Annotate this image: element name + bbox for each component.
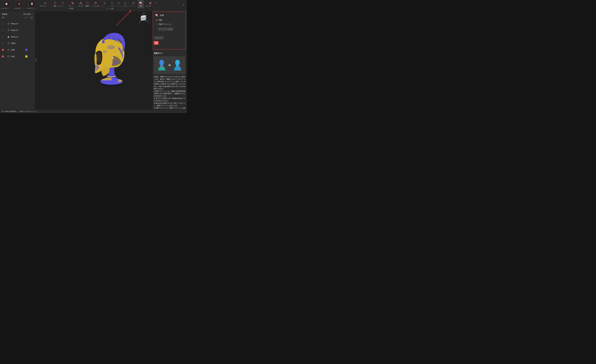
- fusion-button[interactable]: 融合: [52, 0, 58, 7]
- apply-button[interactable]: 適用: [154, 41, 158, 45]
- texture-button: テクスチャ: [129, 0, 138, 7]
- scan-mode-label: マルチポジ・・・: [14, 7, 24, 9]
- model-more-button[interactable]: …: [30, 22, 33, 25]
- isolated-points-label: アイソ・・・: [59, 5, 67, 7]
- bust-before-icon: [157, 59, 166, 71]
- scan-mode-tracking-button[interactable]: トラッキン・・・: [0, 0, 13, 9]
- toolbar-separator: [144, 1, 144, 8]
- smooth-label: スムーズ: [78, 5, 83, 7]
- isolated-points-icon: [103, 1, 106, 5]
- mesh-model-icon: [7, 36, 10, 38]
- mesh-edit-group-label: メッシュ編集: [92, 7, 127, 10]
- model-panel: モデル 選択を解除 ✕ 選択 カラー その他 Merge_03 …: [0, 11, 35, 109]
- overlap-icon: [71, 1, 74, 5]
- scan-mode-marker-button[interactable]: マーカース・・・: [26, 0, 38, 9]
- pointcloud-model-icon: [7, 49, 10, 51]
- model-checkbox[interactable]: [2, 36, 4, 38]
- model-more-button[interactable]: …: [30, 29, 33, 31]
- mesh-isolated-button: アイソ・・・: [100, 0, 109, 7]
- hole-fill-button: 穴埋め: [109, 0, 115, 7]
- export-dropdown-chevron-icon[interactable]: [155, 2, 157, 4]
- isolated-points-icon: [61, 1, 65, 5]
- usb-connection-icon: [1, 110, 4, 113]
- toolbar-collapse-button[interactable]: [182, 4, 185, 6]
- usage-guide-text: 合成は、複数のモデルを1つのモデルに統合します。例えば、複数のスキャンでオブジェ…: [154, 76, 185, 109]
- viewport-3d[interactable]: Z BACK X Y: [35, 11, 153, 109]
- model-more-button[interactable]: …: [30, 42, 33, 44]
- eraser-icon: [159, 28, 161, 30]
- fusion-label: 融合: [54, 5, 57, 7]
- simplify-points-button[interactable]: 簡略化: [84, 0, 90, 7]
- model-name: Merge_02: [11, 29, 30, 31]
- point-edit-group: 融合 アイソ・・・ オーバ・・・: [52, 0, 90, 10]
- simplify-icon: [86, 1, 89, 5]
- orientation-gizmo[interactable]: Z BACK X Y: [139, 12, 150, 24]
- model-color-swatch[interactable]: [25, 55, 27, 58]
- smooth-icon: [79, 1, 82, 5]
- guide-arrow-chevrons: ≫: [168, 64, 171, 67]
- point-edit-group-label: 点群編集: [53, 7, 89, 10]
- manual-alignment-radio[interactable]: 手動アライメント: [156, 23, 186, 25]
- model-checkbox[interactable]: [2, 29, 4, 31]
- deselect-all-button[interactable]: 選択を解除 ✕: [22, 13, 33, 15]
- hole-fill-label: 穴埋め: [110, 5, 114, 7]
- usage-guide-figure: ≫: [154, 56, 185, 74]
- status-separator: ｜: [18, 110, 19, 113]
- selection-order-badge: 1: [2, 56, 4, 57]
- model-more-button[interactable]: …: [30, 55, 33, 58]
- model-row-merge02[interactable]: Merge_02 …: [0, 27, 35, 33]
- toolbar-separator: [129, 1, 129, 8]
- model-more-button[interactable]: …: [30, 36, 33, 38]
- smooth-mesh-button: スムーズ: [115, 0, 122, 7]
- merge-button[interactable]: 合成: [138, 0, 144, 8]
- model-row-support[interactable]: 支撑台 …: [0, 40, 35, 47]
- model-checkbox[interactable]: [2, 23, 4, 25]
- model-row-merge03[interactable]: Merge_03 …: [0, 20, 35, 27]
- gizmo-x-label: X: [139, 22, 140, 24]
- meshify-icon: [94, 1, 97, 5]
- export-label: エクスポ・・・: [146, 5, 155, 7]
- model-color-swatch[interactable]: [25, 49, 27, 51]
- pointcloud-model-icon: [7, 42, 10, 45]
- model-row-helmet2[interactable]: 2 头盔2 …: [0, 47, 35, 53]
- toolbar-separator: [39, 1, 39, 8]
- erase-markers-button: マーカーを消去: [158, 27, 173, 31]
- preview-button[interactable]: プレビュー: [154, 36, 164, 40]
- isolated-points-button[interactable]: アイソ・・・: [58, 0, 68, 7]
- model-name: Merge_01: [11, 36, 30, 38]
- radio-unchecked-icon[interactable]: [156, 23, 157, 25]
- column-select-label: 選択: [2, 16, 5, 19]
- model-list-header: 選択 カラー その他: [2, 16, 33, 20]
- scan-mode-multiposition-button[interactable]: マルチポジ・・・: [13, 0, 25, 9]
- gizmo-z-label: Z: [145, 12, 145, 14]
- selection-order-badge: 2: [2, 49, 4, 51]
- fusion-icon: [54, 1, 57, 5]
- radio-checked-icon[interactable]: [156, 19, 157, 21]
- app-window: トラッキン・・・ マルチポジ・・・ マーカース・・・ 1クリック・・・: [0, 0, 187, 113]
- merge-panel-title: 合成: [160, 14, 164, 16]
- hole-fill-icon: [111, 1, 114, 5]
- overlap-label: オーバ・・・: [68, 5, 76, 7]
- chevron-left-icon: ‹: [36, 59, 36, 61]
- model-name: 支撑台: [11, 42, 30, 44]
- scan-mode-label: マーカース・・・: [27, 7, 37, 9]
- feature-alignment-label: 特徴: [159, 19, 162, 21]
- one-click-button[interactable]: 1クリック・・・: [39, 0, 51, 7]
- pointcloud-model-icon: [7, 29, 10, 32]
- export-button[interactable]: エクスポ・・・: [145, 0, 156, 7]
- model-checkbox[interactable]: [2, 42, 4, 44]
- helmet-model[interactable]: [35, 11, 153, 109]
- feature-alignment-radio[interactable]: 特徴: [156, 19, 186, 21]
- overlap-button[interactable]: オーバ・・・: [68, 0, 77, 7]
- pointcloud-model-icon: [7, 22, 10, 25]
- magic-wand-icon: [44, 1, 47, 5]
- model-more-button[interactable]: …: [30, 49, 33, 51]
- smooth-points-button[interactable]: スムーズ: [77, 0, 84, 7]
- model-row-merge01[interactable]: Merge_01 …: [0, 33, 35, 40]
- erase-markers-label: マーカーを消去: [162, 28, 173, 30]
- bust-after-icon: [173, 59, 182, 71]
- meshify-button[interactable]: メッシュ化: [91, 0, 100, 7]
- model-row-helmet1[interactable]: 1 头盔1 …: [0, 53, 35, 60]
- merge-icon: [139, 1, 142, 5]
- panel-collapse-handle[interactable]: ‹: [35, 58, 37, 63]
